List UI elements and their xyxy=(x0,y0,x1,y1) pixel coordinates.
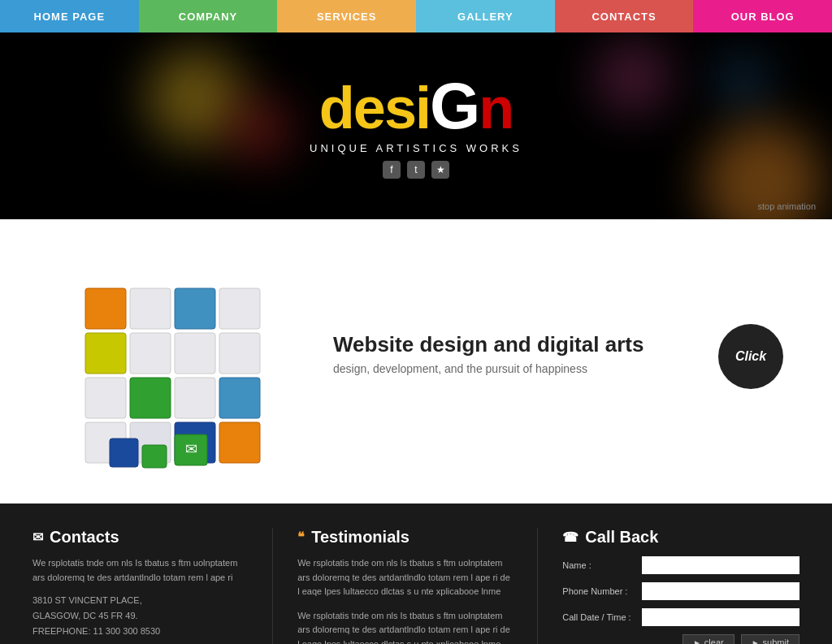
phone-label: Phone Number : xyxy=(562,586,635,596)
bokeh-2 xyxy=(228,97,292,162)
content-subtitle: design, development, and the pursuit of … xyxy=(333,362,783,375)
hero-section: desiGn UNIQUE ARTISTICS WORKS f t ★ stop… xyxy=(0,32,832,219)
phone-icon: ☎ xyxy=(562,529,578,545)
facebook-icon[interactable]: f xyxy=(383,161,401,179)
content-text-area: Click Website design and digital arts de… xyxy=(333,332,783,391)
footer-contacts-col: ✉ Contacts We rsplotatis tnde om nls Is … xyxy=(32,528,248,644)
svg-rect-9 xyxy=(130,333,171,374)
svg-text:✉: ✉ xyxy=(185,441,197,457)
footer-callback-col: ☎ Call Back Name : Phone Number : Call D… xyxy=(562,528,800,644)
phone-field-row: Phone Number : xyxy=(562,582,800,600)
callback-heading: ☎ Call Back xyxy=(562,528,800,547)
svg-rect-6 xyxy=(175,378,215,418)
main-navigation: HOME PAGE COMPANY SERVICES GALLERY CONTA… xyxy=(0,0,832,32)
rss-icon[interactable]: ★ xyxy=(431,161,449,179)
svg-rect-15 xyxy=(219,288,260,329)
name-label: Name : xyxy=(562,560,635,570)
footer-section: ✉ Contacts We rsplotatis tnde om nls Is … xyxy=(0,504,832,644)
date-field-row: Call Date / Time : xyxy=(562,608,800,626)
svg-rect-5 xyxy=(130,378,171,418)
cube-illustration: ✉ xyxy=(49,252,309,471)
testimonial-1: We rsplotatis tnde om nls Is tbatus s ft… xyxy=(297,556,513,599)
divider-1 xyxy=(272,528,273,644)
form-buttons: ► clear ► submit xyxy=(562,634,800,644)
nav-item-blog[interactable]: OUR BLOG xyxy=(693,0,832,32)
footer-testimonials-col: ❝ Testimonials We rsplotatis tnde om nls… xyxy=(297,528,513,644)
twitter-icon[interactable]: t xyxy=(407,161,425,179)
svg-rect-4 xyxy=(85,378,126,418)
contacts-heading: ✉ Contacts xyxy=(32,528,248,547)
content-title: Website design and digital arts xyxy=(333,332,783,357)
contacts-body: We rsplotatis tnde om nls Is tbatus s ft… xyxy=(32,556,248,585)
svg-rect-17 xyxy=(142,445,167,468)
contacts-address: 3810 ST VINCENT PLACE, GLASGOW, DC 45 FR… xyxy=(32,593,248,644)
cube-svg: ✉ xyxy=(61,252,297,471)
envelope-icon: ✉ xyxy=(32,529,43,545)
submit-button[interactable]: ► submit xyxy=(741,634,800,644)
testimonials-heading: ❝ Testimonials xyxy=(297,528,513,547)
name-input[interactable] xyxy=(642,556,800,574)
date-input[interactable] xyxy=(642,608,800,626)
hero-subtitle: UNIQUE ARTISTICS WORKS xyxy=(310,142,522,154)
quote-icon: ❝ xyxy=(297,529,305,545)
hero-social: f t ★ xyxy=(310,161,522,179)
nav-item-company[interactable]: COMPANY xyxy=(139,0,278,32)
divider-2 xyxy=(537,528,538,644)
nav-item-services[interactable]: SERVICES xyxy=(277,0,416,32)
svg-rect-16 xyxy=(110,439,138,467)
nav-item-contacts[interactable]: CONTACTS xyxy=(555,0,694,32)
svg-rect-14 xyxy=(175,288,215,329)
nav-item-gallery[interactable]: GALLERY xyxy=(416,0,555,32)
svg-rect-8 xyxy=(85,333,126,374)
hero-content: desiGn UNIQUE ARTISTICS WORKS f t ★ xyxy=(310,74,522,179)
svg-rect-7 xyxy=(219,378,260,418)
clear-button[interactable]: ► clear xyxy=(682,634,734,644)
callback-form: Name : Phone Number : Call Date / Time :… xyxy=(562,556,800,644)
name-field-row: Name : xyxy=(562,556,800,574)
testimonial-2: We rsplotatis tnde om nls Is tbatus s ft… xyxy=(297,609,513,644)
bokeh-3 xyxy=(718,57,767,106)
date-label: Call Date / Time : xyxy=(562,612,635,622)
svg-rect-3 xyxy=(219,422,260,463)
svg-rect-10 xyxy=(175,333,215,374)
nav-item-home[interactable]: HOME PAGE xyxy=(0,0,139,32)
phone-input[interactable] xyxy=(642,582,800,600)
svg-rect-12 xyxy=(85,288,126,329)
bokeh-5 xyxy=(596,41,670,114)
svg-rect-11 xyxy=(219,333,260,374)
hero-title: desiGn xyxy=(310,74,522,139)
click-button[interactable]: Click xyxy=(718,324,783,389)
svg-rect-13 xyxy=(130,288,171,329)
main-content-section: ✉ Click Website design and digital arts … xyxy=(0,219,832,504)
stop-animation-button[interactable]: stop animation xyxy=(757,201,816,211)
